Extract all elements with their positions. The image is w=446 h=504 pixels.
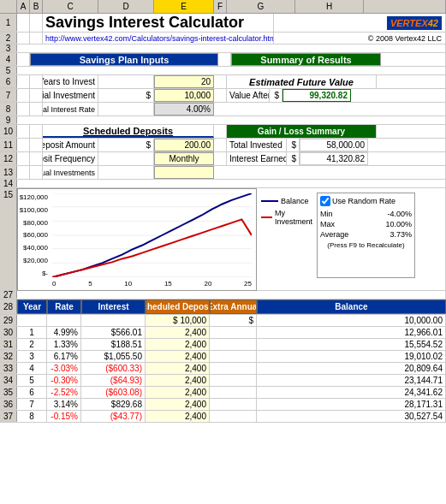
avg-value: 3.73% <box>390 230 412 239</box>
row-10: 10 Scheduled Deposits Gain / Loss Summar… <box>0 125 446 139</box>
cell-b12 <box>30 152 43 165</box>
investment-line <box>52 219 252 277</box>
cell-d12 <box>98 152 154 165</box>
td-29-rate <box>47 315 81 326</box>
deposit-label: Deposit Amount <box>43 139 98 151</box>
row-8: 8 Expected Annual Interest Rate 4.00% <box>0 103 446 116</box>
legend-investment-line <box>261 216 272 218</box>
random-rate-checkbox[interactable] <box>320 196 330 206</box>
inputs-header: Savings Plan Inputs <box>30 53 218 66</box>
cell-d6 <box>98 75 154 88</box>
rownum-34: 34 <box>0 375 17 386</box>
td-37-year: 8 <box>17 411 47 422</box>
deposit-input[interactable]: 200.00 <box>154 139 214 151</box>
avg-label: Average <box>320 230 348 239</box>
td-35-balance: 24,341.62 <box>257 387 446 398</box>
row-32: 32 3 6.17% $1,055.50 2,400 19,010.02 <box>0 351 446 363</box>
row-35: 35 6 -2.52% ($603.08) 2,400 24,341.62 <box>0 387 446 399</box>
cell-f10 <box>214 125 227 138</box>
row12-x <box>368 152 446 165</box>
rownum-5: 5 <box>0 67 17 74</box>
row-13: 13 Additional Annual Investments <box>0 166 446 180</box>
td-33-extra <box>210 363 257 374</box>
y-label-4: $80,000 <box>23 219 48 227</box>
cell-d13 <box>98 166 154 179</box>
td-32-interest: $1,055.50 <box>81 351 146 362</box>
th-rate: Rate <box>47 299 81 314</box>
y-label-2: $40,000 <box>23 244 48 252</box>
freq-input[interactable]: Monthly <box>154 152 214 165</box>
rownum-15-26: 15 <box>0 188 17 291</box>
cell-a4 <box>17 53 30 66</box>
additional-label: Additional Annual Investments <box>43 166 98 179</box>
max-value: 10.00% <box>385 220 412 228</box>
row13-x <box>214 166 446 179</box>
row-36: 36 7 3.14% $829.68 2,400 28,171.31 <box>0 399 446 411</box>
row-29: 29 $ 10,000 $ 10,000.00 <box>0 315 446 327</box>
x-label-15: 15 <box>164 280 172 288</box>
td-33-balance: 20,809.64 <box>257 363 446 374</box>
x-label-0: 0 <box>52 280 56 288</box>
td-35-rate: -2.52% <box>47 387 81 398</box>
cell-b11 <box>30 139 43 151</box>
cell-f4 <box>218 53 231 66</box>
td-29-balance: 10,000.00 <box>257 315 446 326</box>
avg-row: Average 3.73% <box>320 230 412 239</box>
initial-input[interactable]: 10,000 <box>154 89 214 102</box>
row3-cell <box>17 44 446 52</box>
cell-b7 <box>30 89 43 102</box>
td-33-year: 4 <box>17 363 47 374</box>
corner-cell <box>0 0 17 13</box>
cell-x4 <box>381 53 446 66</box>
row-14: 14 <box>0 180 446 188</box>
value-after-label: Value After 20 Years <box>227 89 270 102</box>
additional-input[interactable] <box>154 166 214 179</box>
row-28: 28 Year Rate Interest Scheduled Deposits… <box>0 299 446 315</box>
row-12: 12 Deposit Frequency Monthly Interest Ea… <box>0 152 446 166</box>
td-31-extra <box>210 339 257 350</box>
td-34-year: 5 <box>17 375 47 386</box>
td-32-year: 3 <box>17 351 47 362</box>
interest-dollar: $ <box>287 152 300 165</box>
est-future-label: Estimated Future Value <box>227 75 377 88</box>
url-cell[interactable]: http://www.vertex42.com/Calculators/savi… <box>43 33 274 44</box>
x-label-25: 25 <box>244 280 252 288</box>
td-34-rate: -0.30% <box>47 375 81 386</box>
cell-f6 <box>214 75 227 88</box>
chart-svg <box>52 193 252 277</box>
row6-x <box>377 75 446 88</box>
rownum-36: 36 <box>0 399 17 410</box>
logo-num: 42 <box>428 18 438 28</box>
years-input[interactable]: 20 <box>154 75 214 88</box>
total-dollar: $ <box>287 139 300 151</box>
x-label-10: 10 <box>124 280 132 288</box>
cell-a7 <box>17 89 30 102</box>
rownum-4: 4 <box>0 53 17 66</box>
td-34-balance: 23,144.71 <box>257 375 446 386</box>
td-35-scheduled: 2,400 <box>146 387 210 398</box>
row-3: 3 <box>0 44 446 53</box>
rownum-30: 30 <box>0 327 17 338</box>
td-33-scheduled: 2,400 <box>146 363 210 374</box>
legend-balance: Balance <box>261 197 312 205</box>
legend-investment: My Investment <box>261 209 312 226</box>
y-label-5: $100,000 <box>20 206 48 214</box>
rownum-14: 14 <box>0 180 17 187</box>
title-cell: Savings Interest Calculator <box>43 14 274 32</box>
x-label-20: 20 <box>204 280 211 288</box>
col-b: B <box>30 0 43 13</box>
interest-label: Interest Earned <box>227 152 287 165</box>
td-36-interest: $829.68 <box>81 399 146 410</box>
y-label-0: $- <box>42 270 48 277</box>
cell-a13 <box>17 166 30 179</box>
random-rate-label: Use Random Rate <box>332 197 395 205</box>
cell-b13 <box>30 166 43 179</box>
cell-f7 <box>214 89 227 102</box>
random-rate-checkbox-row: Use Random Rate <box>320 196 412 206</box>
td-35-extra <box>210 387 257 398</box>
td-37-rate: -0.15% <box>47 411 81 422</box>
rownum-11: 11 <box>0 139 17 151</box>
cell-f12 <box>214 152 227 165</box>
chart-legend: Balance My Investment <box>261 197 312 231</box>
rownum-8: 8 <box>0 103 17 116</box>
